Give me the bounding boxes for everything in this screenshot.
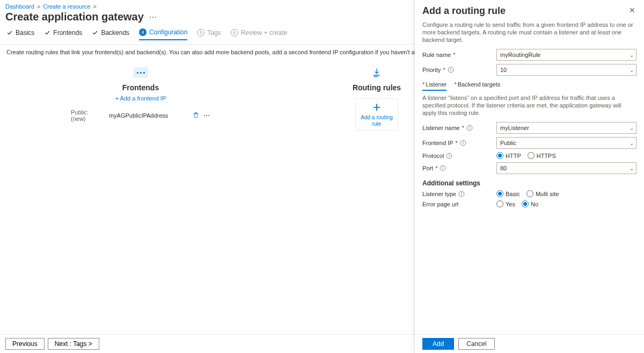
info-icon[interactable] (446, 153, 452, 159)
error-page-yes-radio[interactable]: Yes (496, 200, 515, 207)
step-review[interactable]: 6 Review + create (231, 28, 287, 40)
panel-title: Add a routing rule (422, 5, 506, 17)
port-label: Port* (422, 165, 493, 171)
info-icon[interactable] (458, 191, 465, 197)
listener-type-radio-group: Basic Multi site (496, 190, 636, 197)
breadcrumb-sep: > (93, 3, 97, 10)
step-backends[interactable]: Backends (92, 28, 129, 40)
svg-point-17 (462, 192, 462, 193)
frontends-heading: Frontends (122, 83, 159, 92)
info-icon[interactable] (440, 165, 446, 171)
cancel-button[interactable]: Cancel (458, 338, 494, 350)
breadcrumb-create-resource[interactable]: Create a resource (43, 3, 90, 10)
error-page-no-radio[interactable]: No (522, 200, 538, 207)
delete-icon[interactable] (193, 112, 199, 120)
add-routing-rule-card[interactable]: + Add a routing rule (355, 98, 398, 131)
rule-subtabs: *Listener *Backend targets (422, 81, 636, 91)
chevron-down-icon: ⌄ (630, 67, 634, 73)
protocol-radio-group: HTTP HTTPS (496, 152, 636, 159)
frontend-row-name: myAGPublicIPAddress (109, 112, 168, 119)
panel-footer: Add Cancel (415, 334, 644, 353)
chevron-down-icon: ⌄ (630, 125, 634, 131)
svg-point-11 (449, 154, 450, 155)
additional-settings-heading: Additional settings (422, 179, 636, 187)
add-routing-rule-label: Add a routing rule (356, 114, 398, 127)
listener-type-basic-radio[interactable]: Basic (496, 190, 520, 197)
tab-listener[interactable]: *Listener (422, 81, 447, 91)
listener-name-label: Listener name* (422, 125, 493, 131)
routing-rules-icon (371, 65, 382, 80)
next-button[interactable]: Next : Tags > (48, 338, 99, 350)
frontend-ip-label: Frontend IP* (422, 140, 493, 146)
check-icon (6, 30, 13, 36)
check-icon (44, 30, 50, 36)
page-title: Create application gateway (5, 11, 144, 23)
svg-point-8 (463, 141, 463, 142)
protocol-http-radio[interactable]: HTTP (496, 152, 521, 159)
tab-backend-targets[interactable]: *Backend targets (454, 81, 500, 91)
priority-input[interactable]: 10 ⌄ (496, 64, 636, 76)
error-page-label: Error page url (422, 201, 493, 207)
listener-name-input[interactable]: myListener ⌄ (496, 122, 636, 134)
rule-name-label: Rule name* (422, 52, 493, 58)
priority-label: Priority* (422, 67, 493, 73)
frontend-ip-select[interactable]: Public ⌄ (496, 137, 636, 149)
protocol-label: Protocol (422, 153, 493, 159)
step-tags[interactable]: 5 Tags (197, 28, 221, 40)
breadcrumb-dashboard[interactable]: Dashboard (5, 3, 34, 10)
step-number-icon: 6 (231, 29, 238, 37)
info-icon[interactable] (448, 67, 454, 73)
svg-point-2 (450, 68, 451, 69)
step-number-icon: 5 (197, 29, 204, 37)
breadcrumb-sep: > (37, 3, 40, 10)
protocol-https-radio[interactable]: HTTPS (528, 152, 556, 159)
routing-rule-panel: Add a routing rule ✕ Configure a routing… (414, 0, 644, 353)
step-frontends-label: Frontends (53, 29, 82, 37)
routing-rules-heading: Routing rules (353, 83, 401, 92)
rule-name-input[interactable]: myRoutingRule ⌄ (496, 49, 636, 61)
info-icon[interactable] (466, 125, 473, 131)
step-tags-label: Tags (207, 29, 221, 37)
step-basics[interactable]: Basics (6, 28, 34, 40)
more-icon[interactable]: ⋯ (203, 112, 210, 119)
listener-type-multisite-radio[interactable]: Multi site (526, 190, 559, 197)
chevron-down-icon: ⌄ (630, 52, 634, 58)
chevron-down-icon: ⌄ (630, 165, 634, 171)
panel-description: Configure a routing rule to send traffic… (422, 21, 636, 44)
add-frontend-ip-link[interactable]: + Add a frontend IP (115, 95, 166, 102)
step-configuration-label: Configuration (149, 28, 187, 36)
svg-point-14 (443, 167, 443, 167)
step-basics-label: Basics (16, 29, 34, 37)
plus-icon: + (372, 102, 380, 112)
chevron-down-icon: ⌄ (630, 140, 634, 146)
step-number-icon: 4 (139, 28, 147, 36)
error-page-radio-group: Yes No (496, 200, 636, 207)
frontend-row: Public: (new) myAGPublicIPAddress ⋯ (71, 109, 210, 122)
step-review-label: Review + create (241, 29, 287, 37)
listener-type-label: Listener type (422, 191, 493, 197)
close-icon[interactable]: ✕ (628, 5, 636, 15)
svg-point-5 (470, 126, 470, 127)
check-icon (92, 30, 98, 36)
add-button[interactable]: Add (422, 338, 454, 350)
frontend-row-type: Public: (new) (71, 109, 105, 122)
step-backends-label: Backends (101, 29, 129, 37)
step-configuration[interactable]: 4 Configuration (139, 28, 187, 40)
previous-button[interactable]: Previous (5, 338, 45, 350)
listener-description: A listener “listens” on a specified port… (422, 94, 636, 117)
step-frontends[interactable]: Frontends (44, 28, 82, 40)
frontends-icon (133, 65, 148, 80)
info-icon[interactable] (460, 140, 466, 146)
port-input[interactable]: 80 ⌄ (496, 162, 636, 174)
more-icon[interactable]: ⋯ (149, 13, 157, 21)
